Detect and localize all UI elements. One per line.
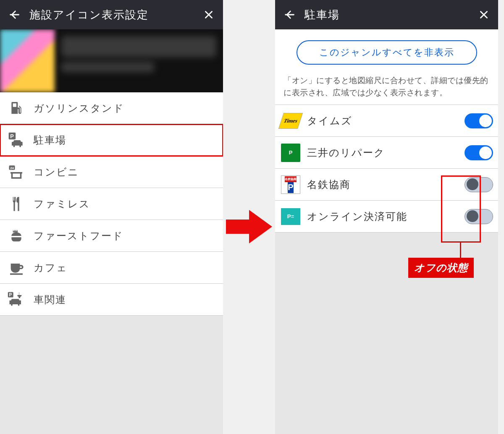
cafe-icon bbox=[7, 258, 26, 277]
parking-brand-row-mitsui[interactable]: P 三井のリパーク bbox=[275, 137, 498, 169]
category-row-cafe[interactable]: カフェ bbox=[0, 252, 223, 284]
right-header: 駐車場 bbox=[275, 0, 498, 29]
parking-brand-row-times[interactable]: Times タイムズ bbox=[275, 105, 498, 137]
brand-label: オンライン決済可能 bbox=[307, 210, 458, 223]
left-screen: 施設アイコン表示設定 ガソリンスタンド P 駐車場 24 コンビニ bbox=[0, 0, 223, 434]
annotation-off-state-label: オフの状態 bbox=[408, 258, 474, 278]
brand-label: タイムズ bbox=[307, 114, 458, 128]
gas-station-icon bbox=[7, 99, 26, 118]
svg-text:P: P bbox=[9, 292, 12, 297]
close-button[interactable] bbox=[476, 7, 491, 22]
back-button[interactable] bbox=[7, 7, 22, 22]
category-label: ガソリンスタンド bbox=[34, 102, 220, 115]
category-list: ガソリンスタンド P 駐車場 24 コンビニ ファミレス ファーストフード bbox=[0, 92, 223, 316]
parking-brand-row-meitetsu[interactable]: 名鉄協商P 名鉄協商 bbox=[275, 169, 498, 201]
category-label: カフェ bbox=[34, 261, 220, 275]
brand-label: 三井のリパーク bbox=[307, 146, 458, 159]
empty-area bbox=[0, 316, 223, 434]
category-label: ファーストフード bbox=[34, 229, 220, 243]
parking-icon: P bbox=[7, 131, 26, 150]
ad-banner-blurred bbox=[0, 29, 223, 92]
category-label: コンビニ bbox=[34, 165, 220, 179]
hide-all-button[interactable]: このジャンルすべてを非表示 bbox=[297, 40, 477, 65]
right-screen: 駐車場 このジャンルすべてを非表示 「オン」にすると地図縮尺に合わせて、詳細では… bbox=[275, 0, 498, 434]
category-row-famires[interactable]: ファミレス bbox=[0, 188, 223, 220]
times-brand-icon: Times bbox=[278, 113, 303, 129]
left-header: 施設アイコン表示設定 bbox=[0, 0, 223, 29]
toggle-meitetsu[interactable] bbox=[465, 177, 493, 192]
annotation-connector bbox=[460, 243, 461, 259]
category-label: 駐車場 bbox=[34, 133, 220, 147]
toggle-times[interactable] bbox=[465, 113, 493, 128]
category-label: ファミレス bbox=[34, 197, 220, 211]
convenience-store-icon: 24 bbox=[7, 162, 26, 182]
category-row-car[interactable]: P 車関連 bbox=[0, 284, 223, 316]
online-payment-icon: P= bbox=[281, 208, 300, 225]
svg-text:P: P bbox=[10, 133, 14, 139]
left-header-title: 施設アイコン表示設定 bbox=[29, 8, 194, 22]
description-text: 「オン」にすると地図縮尺に合わせて、詳細では優先的に表示され、広域では少なく表示… bbox=[275, 72, 498, 105]
meitetsu-brand-icon: 名鉄協商P bbox=[281, 175, 300, 194]
restaurant-icon bbox=[7, 194, 26, 214]
category-row-conv[interactable]: 24 コンビニ bbox=[0, 156, 223, 188]
category-row-fastfood[interactable]: ファーストフード bbox=[0, 220, 223, 252]
close-button[interactable] bbox=[201, 7, 216, 22]
category-row-parking[interactable]: P 駐車場 bbox=[0, 124, 223, 156]
toggle-online[interactable] bbox=[465, 209, 493, 224]
brand-label: 名鉄協商 bbox=[307, 178, 458, 191]
category-row-gas[interactable]: ガソリンスタンド bbox=[0, 92, 223, 124]
toggle-mitsui[interactable] bbox=[465, 145, 493, 160]
mitsui-brand-icon: P bbox=[281, 144, 300, 162]
category-label: 車関連 bbox=[34, 293, 220, 306]
transition-arrow-icon bbox=[226, 208, 272, 246]
back-button[interactable] bbox=[282, 7, 297, 22]
fastfood-icon bbox=[7, 226, 26, 246]
right-header-title: 駐車場 bbox=[304, 8, 469, 22]
car-services-icon: P bbox=[7, 290, 26, 309]
svg-text:24: 24 bbox=[10, 166, 14, 170]
parking-brand-row-online[interactable]: P= オンライン決済可能 bbox=[275, 201, 498, 233]
